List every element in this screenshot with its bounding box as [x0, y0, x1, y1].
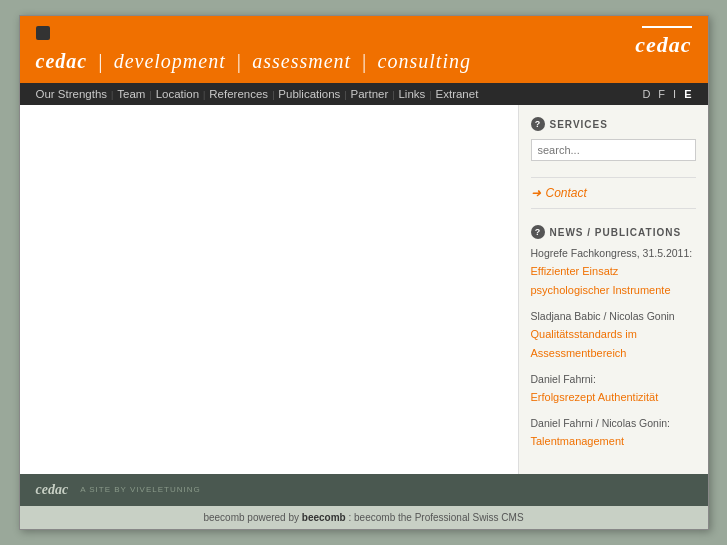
- nav-languages: D F I E: [642, 88, 691, 100]
- news-author-4: Daniel Fahrni / Nicolas Gonin:: [531, 417, 696, 429]
- divider: [531, 177, 696, 178]
- news-link-1[interactable]: Effizienter Einsatz psychologischer Inst…: [531, 265, 671, 295]
- news-item-4: Daniel Fahrni / Nicolas Gonin: Talentman…: [531, 417, 696, 449]
- nav-bar: Our Strengths | Team | Location | Refere…: [20, 83, 708, 105]
- header-tagline: cedac | development | assessment | consu…: [36, 50, 471, 73]
- nav-item-publications[interactable]: Publications: [278, 88, 340, 100]
- main-area: ? SERVICES ➜ Contact ? NEWS / PUBLICATIO…: [20, 105, 708, 473]
- search-input[interactable]: [531, 139, 696, 161]
- news-section: ? NEWS / PUBLICATIONS Hogrefe Fachkongre…: [531, 225, 696, 449]
- nav-left: Our Strengths | Team | Location | Refere…: [36, 88, 479, 100]
- services-title: SERVICES: [550, 119, 608, 130]
- bottom-bar-text: beecomb powered by beecomb : beecomb the…: [203, 512, 523, 523]
- header-cedac-logo: cedac: [635, 32, 691, 58]
- footer-logo: cedac: [36, 482, 69, 498]
- header-icon: [36, 26, 471, 44]
- sidebar: ? SERVICES ➜ Contact ? NEWS / PUBLICATIO…: [518, 105, 708, 473]
- beecomb-text-1: beecomb powered by: [203, 512, 301, 523]
- nav-item-location[interactable]: Location: [156, 88, 199, 100]
- tagline-development: development: [114, 50, 226, 72]
- site-header: cedac | development | assessment | consu…: [20, 16, 708, 83]
- browser-window: cedac | development | assessment | consu…: [19, 15, 709, 529]
- contact-label: Contact: [546, 186, 587, 200]
- services-section-header: ? SERVICES: [531, 117, 696, 131]
- lang-f[interactable]: F: [658, 88, 665, 100]
- footer-tagline: A SITE BY VIVELETUNING: [80, 485, 201, 494]
- nav-item-links[interactable]: Links: [398, 88, 425, 100]
- bottom-bar: beecomb powered by beecomb : beecomb the…: [20, 506, 708, 529]
- news-section-header: ? NEWS / PUBLICATIONS: [531, 225, 696, 239]
- news-item-2: Sladjana Babic / Nicolas Gonin Qualitäts…: [531, 310, 696, 361]
- site-footer: cedac A SITE BY VIVELETUNING: [20, 474, 708, 506]
- news-circle-icon: ?: [531, 225, 545, 239]
- news-link-3[interactable]: Erfolgsrezept Authentizität: [531, 391, 659, 403]
- nav-item-references[interactable]: References: [209, 88, 268, 100]
- beecomb-text-2: : beecomb the Professional Swiss CMS: [349, 512, 524, 523]
- beecomb-brand: beecomb: [302, 512, 346, 523]
- contact-arrow-icon: ➜: [531, 186, 541, 200]
- nav-item-partner[interactable]: Partner: [351, 88, 389, 100]
- news-link-2[interactable]: Qualitätsstandards im Assessmentbereich: [531, 328, 637, 358]
- tagline-consulting: consulting: [378, 50, 471, 72]
- nav-item-extranet[interactable]: Extranet: [436, 88, 479, 100]
- contact-link[interactable]: ➜ Contact: [531, 186, 696, 200]
- news-item-1: Hogrefe Fachkongress, 31.5.2011: Effizie…: [531, 247, 696, 298]
- news-author-2: Sladjana Babic / Nicolas Gonin: [531, 310, 696, 322]
- header-right: cedac: [635, 26, 691, 58]
- divider-2: [531, 208, 696, 209]
- news-author-1: Hogrefe Fachkongress, 31.5.2011:: [531, 247, 696, 259]
- news-title: NEWS / PUBLICATIONS: [550, 227, 682, 238]
- news-item-3: Daniel Fahrni: Erfolgsrezept Authentizit…: [531, 373, 696, 405]
- lang-d[interactable]: D: [642, 88, 650, 100]
- nav-item-strengths[interactable]: Our Strengths: [36, 88, 108, 100]
- tagline-assessment: assessment: [252, 50, 351, 72]
- brand-cedac: cedac: [36, 50, 88, 72]
- lang-e[interactable]: E: [684, 88, 691, 100]
- header-decorative-line: [642, 26, 692, 28]
- services-circle-icon: ?: [531, 117, 545, 131]
- lang-i[interactable]: I: [673, 88, 676, 100]
- news-link-4[interactable]: Talentmanagement: [531, 435, 625, 447]
- content-area: [20, 105, 518, 473]
- nav-item-team[interactable]: Team: [117, 88, 145, 100]
- news-author-3: Daniel Fahrni:: [531, 373, 696, 385]
